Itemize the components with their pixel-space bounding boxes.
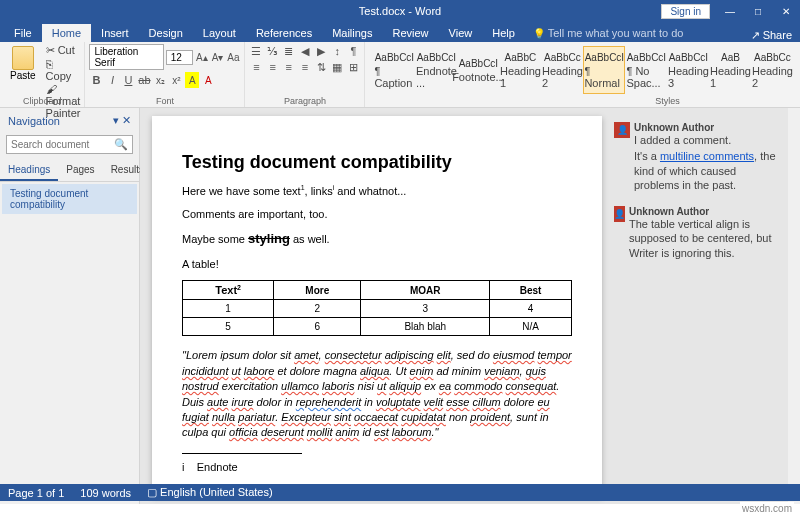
style-box[interactable]: AaBHeading 1	[709, 46, 751, 94]
nav-close-icon[interactable]: ▾ ✕	[113, 114, 131, 127]
paste-button[interactable]: Paste	[4, 44, 42, 119]
nav-tab-headings[interactable]: Headings	[0, 160, 58, 181]
nav-heading-item[interactable]: Testing document compatibility	[2, 184, 137, 214]
justify-icon[interactable]: ≡	[298, 60, 312, 74]
document-area[interactable]: Testing document compatibility Here we h…	[140, 108, 800, 504]
change-case-icon[interactable]: Aa	[226, 49, 240, 65]
line-spacing-icon[interactable]: ⇅	[314, 60, 328, 74]
maximize-button[interactable]: □	[744, 0, 772, 22]
nav-tab-pages[interactable]: Pages	[58, 160, 102, 181]
comment[interactable]: 👤Unknown AuthorI added a comment. It's a…	[614, 122, 776, 192]
main-area: Navigation ▾ ✕ 🔍 Headings Pages Results …	[0, 108, 800, 504]
bullets-icon[interactable]: ☰	[249, 44, 263, 58]
comments-pane: 👤Unknown AuthorI added a comment. It's a…	[610, 116, 780, 496]
indent-dec-icon[interactable]: ◀	[298, 44, 312, 58]
sort-icon[interactable]: ↕	[330, 44, 344, 58]
indent-inc-icon[interactable]: ▶	[314, 44, 328, 58]
style-box[interactable]: AaBbCHeading 1	[499, 46, 541, 94]
doc-p3: Maybe some styling as well.	[182, 230, 572, 248]
nav-search[interactable]: 🔍	[6, 135, 133, 154]
style-box[interactable]: AaBbCcIEndnote ...	[415, 46, 457, 94]
status-lang[interactable]: ▢ English (United States)	[147, 486, 273, 499]
align-right-icon[interactable]: ≡	[282, 60, 296, 74]
ribbon: Paste ✂ Cut ⎘ Copy 🖌 Format Painter Clip…	[0, 42, 800, 108]
tab-review[interactable]: Review	[383, 24, 439, 42]
avatar-icon: 👤	[614, 206, 625, 222]
style-box[interactable]: AaBbCcIHeading 3	[667, 46, 709, 94]
search-input[interactable]	[11, 139, 114, 150]
group-font: Liberation Serif 12 A▴ A▾ Aa B I U ab x₂…	[85, 42, 245, 107]
grow-font-icon[interactable]: A▴	[195, 49, 209, 65]
underline-icon[interactable]: U	[121, 72, 135, 88]
tab-references[interactable]: References	[246, 24, 322, 42]
strike-icon[interactable]: ab	[137, 72, 151, 88]
comment[interactable]: 👤Unknown AuthorThe table vertical align …	[614, 206, 776, 260]
font-color-icon[interactable]: A	[201, 72, 215, 88]
style-box[interactable]: AaBbCcI¶ Normal	[583, 46, 625, 94]
tab-design[interactable]: Design	[139, 24, 193, 42]
comment-link[interactable]: multiline comments	[660, 150, 754, 162]
borders-icon[interactable]: ⊞	[346, 60, 360, 74]
group-label: Styles	[365, 96, 800, 106]
highlight-icon[interactable]: A	[185, 72, 199, 88]
subscript-icon[interactable]: x₂	[153, 72, 167, 88]
tell-me-search[interactable]: 💡 Tell me what you want to do	[525, 24, 692, 42]
minimize-button[interactable]: —	[716, 0, 744, 22]
share-button[interactable]: ↗ Share	[751, 29, 792, 42]
comment-body: It's a multiline comments, the kind of w…	[634, 149, 776, 192]
nav-tabs: Headings Pages Results	[0, 160, 139, 182]
group-clipboard: Paste ✂ Cut ⎘ Copy 🖌 Format Painter Clip…	[0, 42, 85, 107]
lorem-paragraph: "Lorem ipsum dolor sit amet, consectetur…	[182, 348, 572, 440]
tab-help[interactable]: Help	[482, 24, 525, 42]
comment-body: The table vertical align is supposed to …	[629, 217, 776, 260]
italic-icon[interactable]: I	[105, 72, 119, 88]
shading-icon[interactable]: ▦	[330, 60, 344, 74]
page[interactable]: Testing document compatibility Here we h…	[152, 116, 602, 496]
table-header: Best	[490, 281, 572, 300]
navigation-pane: Navigation ▾ ✕ 🔍 Headings Pages Results …	[0, 108, 140, 504]
style-box[interactable]: AaBbCcIFootnote...	[457, 46, 499, 94]
window-title: Test.docx - Word	[359, 5, 441, 17]
search-icon[interactable]: 🔍	[114, 138, 128, 151]
tab-file[interactable]: File	[4, 24, 42, 42]
group-paragraph: ☰ ⅓ ≣ ◀ ▶ ↕ ¶ ≡ ≡ ≡ ≡ ⇅ ▦ ⊞ Paragraph	[245, 42, 365, 107]
tab-view[interactable]: View	[439, 24, 483, 42]
superscript-icon[interactable]: x²	[169, 72, 183, 88]
multilevel-icon[interactable]: ≣	[282, 44, 296, 58]
tab-insert[interactable]: Insert	[91, 24, 139, 42]
status-bar: Page 1 of 1 109 words ▢ English (United …	[0, 484, 800, 501]
tab-mailings[interactable]: Mailings	[322, 24, 382, 42]
font-name-select[interactable]: Liberation Serif	[89, 44, 163, 70]
bold-icon[interactable]: B	[89, 72, 103, 88]
tab-home[interactable]: Home	[42, 24, 91, 42]
group-label: Font	[85, 96, 244, 106]
paste-icon	[12, 46, 34, 70]
help-icon[interactable]: ?	[688, 0, 716, 22]
endnote-separator	[182, 453, 302, 454]
group-styles: AaBbCcI¶ CaptionAaBbCcIEndnote ...AaBbCc…	[365, 42, 800, 107]
style-box[interactable]: AaBTitle	[793, 46, 800, 94]
table-row: Text2 More MOAR Best	[183, 281, 572, 300]
cut-button[interactable]: ✂ Cut	[46, 44, 81, 57]
close-button[interactable]: ✕	[772, 0, 800, 22]
doc-p1: Here we have some text1, linksi and what…	[182, 183, 572, 199]
style-box[interactable]: AaBbCcHeading 2	[751, 46, 793, 94]
watermark: wsxdn.com	[740, 502, 794, 515]
style-box[interactable]: AaBbCcHeading 2	[541, 46, 583, 94]
doc-p4: A table!	[182, 257, 572, 272]
status-words[interactable]: 109 words	[80, 487, 131, 499]
pilcrow-icon[interactable]: ¶	[346, 44, 360, 58]
table-row: 56Blah blahN/A	[183, 318, 572, 336]
numbering-icon[interactable]: ⅓	[266, 44, 280, 58]
copy-button[interactable]: ⎘ Copy	[46, 58, 81, 82]
align-left-icon[interactable]: ≡	[249, 60, 263, 74]
style-box[interactable]: AaBbCcI¶ Caption	[373, 46, 415, 94]
shrink-font-icon[interactable]: A▾	[211, 49, 225, 65]
vertical-scrollbar[interactable]	[788, 108, 800, 504]
align-center-icon[interactable]: ≡	[266, 60, 280, 74]
font-size-select[interactable]: 12	[166, 50, 193, 65]
style-box[interactable]: AaBbCcI¶ No Spac...	[625, 46, 667, 94]
status-page[interactable]: Page 1 of 1	[8, 487, 64, 499]
tab-layout[interactable]: Layout	[193, 24, 246, 42]
comment-author: Unknown Author	[629, 206, 776, 217]
